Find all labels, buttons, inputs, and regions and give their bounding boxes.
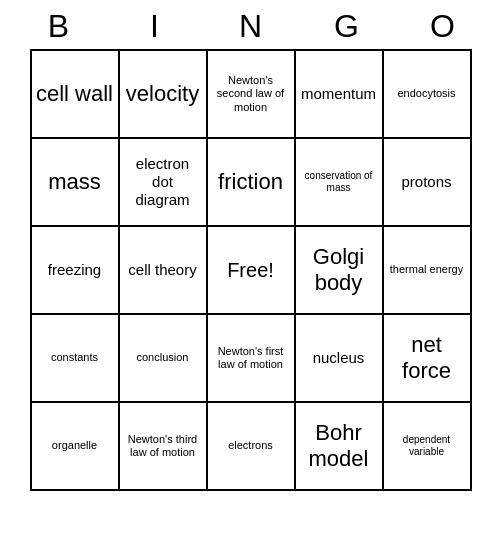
cell-text-r0-c4: endocytosis — [397, 87, 455, 100]
cell-r0-c4: endocytosis — [384, 51, 472, 139]
cell-r1-c0: mass — [32, 139, 120, 227]
header-letter-g: G — [303, 8, 391, 45]
cell-text-r1-c4: protons — [401, 173, 451, 191]
cell-text-r3-c3: nucleus — [313, 349, 365, 367]
cell-r1-c1: electron dot diagram — [120, 139, 208, 227]
cell-r0-c1: velocity — [120, 51, 208, 139]
cell-r3-c0: constants — [32, 315, 120, 403]
cell-text-r3-c0: constants — [51, 351, 98, 364]
cell-text-r0-c0: cell wall — [36, 81, 113, 107]
cell-r2-c1: cell theory — [120, 227, 208, 315]
cell-r3-c3: nucleus — [296, 315, 384, 403]
header-letter-i: I — [111, 8, 199, 45]
cell-text-r4-c3: Bohr model — [300, 420, 378, 473]
bingo-grid: cell wallvelocityNewton's second law of … — [30, 49, 472, 491]
cell-r4-c3: Bohr model — [296, 403, 384, 491]
cell-text-r0-c3: momentum — [301, 85, 376, 103]
cell-r3-c1: conclusion — [120, 315, 208, 403]
cell-r2-c2: Free! — [208, 227, 296, 315]
cell-r4-c1: Newton's third law of motion — [120, 403, 208, 491]
cell-text-r4-c1: Newton's third law of motion — [124, 433, 202, 459]
header-letter-n: N — [207, 8, 295, 45]
cell-text-r2-c1: cell theory — [128, 261, 196, 279]
cell-text-r1-c0: mass — [48, 169, 101, 195]
cell-r1-c2: friction — [208, 139, 296, 227]
cell-text-r4-c2: electrons — [228, 439, 273, 452]
cell-r3-c4: net force — [384, 315, 472, 403]
cell-r0-c0: cell wall — [32, 51, 120, 139]
cell-text-r2-c0: freezing — [48, 261, 101, 279]
cell-text-r4-c4: dependent variable — [388, 434, 466, 458]
cell-text-r1-c2: friction — [218, 169, 283, 195]
cell-text-r3-c2: Newton's first law of motion — [212, 345, 290, 371]
cell-text-r3-c1: conclusion — [137, 351, 189, 364]
cell-r4-c0: organelle — [32, 403, 120, 491]
cell-r3-c2: Newton's first law of motion — [208, 315, 296, 403]
cell-r0-c3: momentum — [296, 51, 384, 139]
cell-r1-c3: conservation of mass — [296, 139, 384, 227]
cell-r4-c4: dependent variable — [384, 403, 472, 491]
cell-text-r0-c1: velocity — [126, 81, 199, 107]
cell-r2-c4: thermal energy — [384, 227, 472, 315]
cell-text-r1-c1: electron dot diagram — [124, 155, 202, 209]
cell-text-r2-c2: Free! — [227, 258, 274, 282]
cell-text-r2-c3: Golgi body — [300, 244, 378, 297]
cell-text-r0-c2: Newton's second law of motion — [212, 74, 290, 114]
header-letter-o: O — [399, 8, 487, 45]
cell-text-r4-c0: organelle — [52, 439, 97, 452]
cell-r1-c4: protons — [384, 139, 472, 227]
cell-text-r2-c4: thermal energy — [390, 263, 463, 276]
cell-r2-c3: Golgi body — [296, 227, 384, 315]
cell-text-r3-c4: net force — [388, 332, 466, 385]
cell-text-r1-c3: conservation of mass — [300, 170, 378, 194]
header-letter-b: B — [15, 8, 103, 45]
cell-r4-c2: electrons — [208, 403, 296, 491]
cell-r0-c2: Newton's second law of motion — [208, 51, 296, 139]
bingo-header: BINGO — [11, 8, 491, 45]
cell-r2-c0: freezing — [32, 227, 120, 315]
